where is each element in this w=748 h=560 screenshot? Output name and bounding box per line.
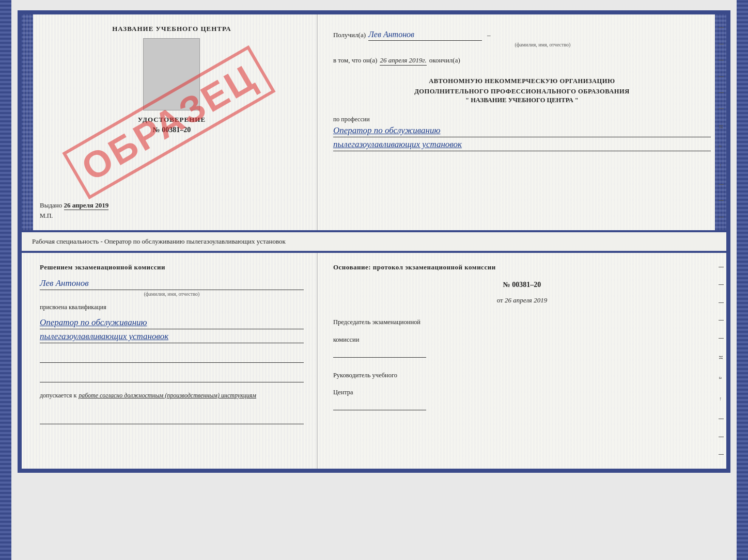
org-line1: АВТОНОМНУЮ НЕКОММЕРЧЕСКУЮ ОРГАНИЗАЦИЮ xyxy=(333,76,711,86)
side-text-arrow: ← xyxy=(718,163,724,168)
side-dashes-top: И а ← xyxy=(716,14,726,230)
middle-text: Рабочая специальность - Оператор по обсл… xyxy=(32,237,286,245)
dash-8 xyxy=(719,200,724,201)
kvali-line1: Оператор по обслуживанию xyxy=(40,317,304,329)
rukovoditel-sign-line xyxy=(333,400,426,410)
dash-2 xyxy=(719,44,724,44)
udostoverenie-label: УДОСТОВЕРЕНИЕ xyxy=(40,116,304,124)
dash-6 xyxy=(719,108,724,109)
dopuskaetsya-section: допускается к работе согласно должностны… xyxy=(40,392,304,399)
dash-3 xyxy=(719,60,724,60)
profession-line2: пылегазоулавливающих установок xyxy=(333,139,711,151)
rukovoditel-section: Руководитель учебного Центра xyxy=(333,363,711,411)
empty-line-1 xyxy=(40,353,304,363)
poluchil-section: Получил(а) Лев Антонов – (фамилия, имя, … xyxy=(333,25,711,47)
bottom-right-panel: Основание: протокол экзаменационной коми… xyxy=(318,253,726,469)
ot-date-value: 26 апреля 2019 xyxy=(505,296,547,304)
osnovanie-label: Основание: протокол экзаменационной коми… xyxy=(333,263,711,271)
ot-label: от xyxy=(497,296,503,304)
certificate-bottom: Решением экзаменационной комиссии Лев Ан… xyxy=(18,251,730,473)
okonchil-label: окончил(а) xyxy=(429,56,460,65)
fio-hint-top: (фамилия, имя, отчество) xyxy=(375,42,711,47)
right-border-texture-bottom xyxy=(737,0,748,560)
prisvoena-label: присвоена квалификация xyxy=(40,303,304,311)
predsedatel-label: Председатель экзаменационной xyxy=(333,317,711,327)
poluchil-dash: – xyxy=(487,31,491,39)
org-line2: ДОПОЛНИТЕЛЬНОГО ПРОФЕССИОНАЛЬНОГО ОБРАЗО… xyxy=(333,86,711,97)
bside-text-arrow: ← xyxy=(718,396,724,402)
cert-right-panel: Получил(а) Лев Антонов – (фамилия, имя, … xyxy=(318,14,726,230)
bdash-4 xyxy=(719,320,724,321)
middle-description: Рабочая специальность - Оператор по обсл… xyxy=(18,232,730,251)
kvali-line2: пылегазоулавливающих установок xyxy=(40,331,304,343)
rukovoditel-label2: Центра xyxy=(333,388,711,397)
po-professii-label: по профессии xyxy=(333,116,711,123)
bdash-3 xyxy=(719,302,724,303)
vtom-label: в том, что он(а) xyxy=(333,56,378,65)
certificate-top: НАЗВАНИЕ УЧЕБНОГО ЦЕНТРА УДОСТОВЕРЕНИЕ №… xyxy=(18,10,730,232)
udostoverenie-block: УДОСТОВЕРЕНИЕ № 00381–20 xyxy=(40,116,304,134)
poluchil-name: Лев Антонов xyxy=(368,30,482,41)
mp-label: М.П. xyxy=(40,212,304,220)
predsedatel-sign-line xyxy=(333,347,426,358)
poluchil-label: Получил(а) xyxy=(333,31,366,39)
cert-number-top: № 00381–20 xyxy=(40,126,304,134)
profession-line1: Оператор по обслуживанию xyxy=(333,125,711,137)
side-dashes-bottom: И а ← xyxy=(716,253,726,469)
side-text-a: а xyxy=(718,145,724,148)
vydano-date: 26 апреля 2019 xyxy=(64,201,109,210)
predsedatel-section: Председатель экзаменационной комиссии xyxy=(333,310,711,358)
document-container: НАЗВАНИЕ УЧЕБНОГО ЦЕНТРА УДОСТОВЕРЕНИЕ №… xyxy=(18,10,730,473)
dash-7 xyxy=(719,184,724,185)
bdash-8 xyxy=(719,454,724,455)
bottom-left-panel: Решением экзаменационной комиссии Лев Ан… xyxy=(22,253,318,469)
photo-placeholder xyxy=(143,38,200,110)
org-block: АВТОНОМНУЮ НЕКОММЕРЧЕСКУЮ ОРГАНИЗАЦИЮ ДО… xyxy=(333,76,711,104)
cert-left-panel: НАЗВАНИЕ УЧЕБНОГО ЦЕНТРА УДОСТОВЕРЕНИЕ №… xyxy=(22,14,318,230)
vydano-line: Выдано 26 апреля 2019 xyxy=(40,201,304,210)
fio-hint-bottom: (фамилия, имя, отчество) xyxy=(40,291,304,297)
dash-4 xyxy=(719,76,724,77)
dopuskaetsya-label: допускается к xyxy=(40,392,76,399)
rukovoditel-label: Руководитель учебного xyxy=(333,371,711,380)
school-title-top: НАЗВАНИЕ УЧЕБНОГО ЦЕНТРА xyxy=(40,25,304,33)
empty-line-bottom xyxy=(40,414,304,424)
bside-text-a: а xyxy=(718,377,724,379)
profession-section: по профессии Оператор по обслуживанию пы… xyxy=(333,110,711,151)
vydano-label: Выдано xyxy=(40,201,62,209)
vtom-row: в том, что он(а) 26 апреля 2019г. окончи… xyxy=(333,56,711,66)
kvali-section: Оператор по обслуживанию пылегазоулавлив… xyxy=(40,315,304,343)
person-name-bottom: Лев Антонов xyxy=(40,278,304,290)
empty-line-2 xyxy=(40,372,304,382)
bdash-7 xyxy=(719,437,724,437)
dash-9 xyxy=(719,217,724,217)
dash-1 xyxy=(719,27,724,28)
bdash-2 xyxy=(719,284,724,285)
org-line3: " НАЗВАНИЕ УЧЕБНОГО ЦЕНТРА " xyxy=(333,97,711,104)
bdash-5 xyxy=(719,338,724,339)
bside-text-i: И xyxy=(718,356,724,359)
left-border-texture-bottom xyxy=(0,0,11,560)
predsedatel-label2: комиссии xyxy=(333,335,711,345)
resheniyem-label: Решением экзаменационной комиссии xyxy=(40,263,304,271)
bdash-1 xyxy=(719,267,724,267)
bottom-left-section: Выдано 26 апреля 2019 М.П. xyxy=(40,186,304,220)
person-section-bottom: Лев Антонов (фамилия, имя, отчество) xyxy=(40,276,304,297)
dash-5 xyxy=(719,92,724,93)
side-text-i: И xyxy=(718,125,724,129)
vtom-date: 26 апреля 2019г. xyxy=(380,56,426,66)
ot-date-section: от 26 апреля 2019 xyxy=(333,296,711,305)
bdash-6 xyxy=(719,419,724,419)
protocol-number: № 00381–20 xyxy=(333,281,711,289)
dopuskaetsya-text: работе согласно должностным (производств… xyxy=(79,392,256,399)
poluchil-row: Получил(а) Лев Антонов – xyxy=(333,30,711,41)
